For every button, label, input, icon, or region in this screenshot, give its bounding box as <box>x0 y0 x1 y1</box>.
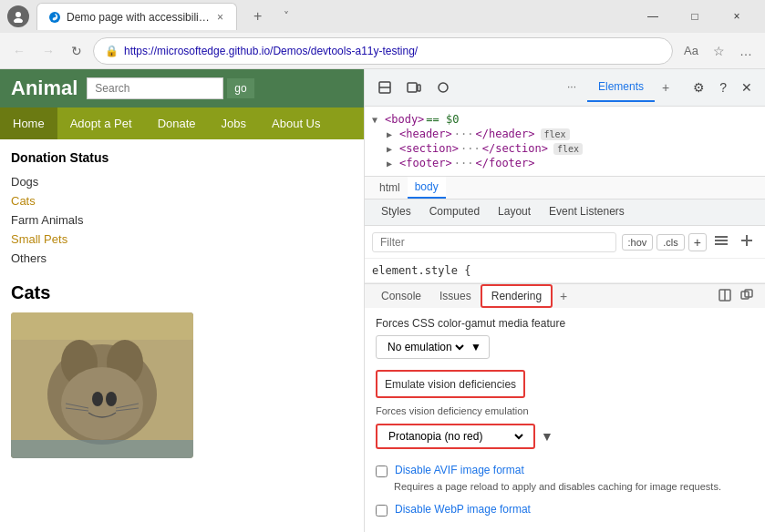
add-to-favorites-button[interactable]: ☆ <box>708 40 730 62</box>
nav-adopt[interactable]: Adopt a Pet <box>57 107 145 139</box>
donation-status-title: Donation Status <box>11 150 353 165</box>
nav-donate[interactable]: Donate <box>145 107 209 139</box>
tab-body[interactable]: body <box>408 177 446 199</box>
svg-rect-21 <box>715 236 728 238</box>
dom-header-line: ▶ <header> ··· </header> flex <box>372 127 758 141</box>
dom-footer-close: </footer> <box>475 157 534 169</box>
tab-event-listeners[interactable]: Event Listeners <box>540 200 634 225</box>
back-button[interactable]: ← <box>7 40 31 62</box>
close-button[interactable]: × <box>716 2 758 31</box>
nav-about[interactable]: About Us <box>259 107 333 139</box>
dock-button[interactable] <box>714 286 736 307</box>
new-style-rule-button[interactable] <box>736 231 758 252</box>
styles-filter-input[interactable] <box>372 232 616 252</box>
nav-home[interactable]: Home <box>0 107 57 139</box>
color-gamut-dropdown[interactable]: No emulation sRGB p3 rec2020 ▼ <box>376 335 490 359</box>
list-item: Others <box>11 249 353 268</box>
vision-dropdown-arrow: ▼ <box>541 429 553 444</box>
devtools-toolbar: ··· Elements + ⚙ ? ✕ <box>365 69 765 107</box>
hover-state-button[interactable]: :hov <box>622 234 654 251</box>
webp-label[interactable]: Disable WebP image format <box>395 503 531 516</box>
svg-point-8 <box>92 392 103 406</box>
undock-button[interactable] <box>736 286 758 307</box>
dom-footer-open: <footer> <box>399 157 452 169</box>
list-item: Cats <box>11 191 353 210</box>
tab-styles[interactable]: Styles <box>372 200 420 225</box>
tab-computed[interactable]: Computed <box>420 200 489 225</box>
svg-point-0 <box>16 12 21 17</box>
elements-panel-button[interactable] <box>430 77 456 98</box>
add-style-rule-button[interactable]: + <box>688 233 707 251</box>
dom-footer-arrow[interactable]: ▶ <box>387 159 398 169</box>
svg-point-7 <box>61 367 143 440</box>
svg-point-1 <box>14 18 23 23</box>
cat-image <box>11 312 193 458</box>
nav-action-buttons: Aa ☆ … <box>678 40 758 62</box>
search-input[interactable] <box>87 77 223 99</box>
maximize-button[interactable]: □ <box>674 2 716 31</box>
search-button[interactable]: go <box>227 78 253 98</box>
address-bar[interactable]: 🔒 <box>93 37 673 65</box>
dom-body-tag: <body> <box>385 113 424 126</box>
active-tab[interactable]: Demo page with accessibility iss... × <box>36 3 237 30</box>
minimize-button[interactable]: — <box>632 2 674 31</box>
add-panel-button[interactable]: + <box>655 73 677 102</box>
tab-layout[interactable]: Layout <box>489 200 540 225</box>
svg-rect-25 <box>741 240 752 241</box>
more-options-button[interactable]: … <box>734 40 758 62</box>
svg-rect-18 <box>408 83 417 92</box>
settings-button[interactable]: ⚙ <box>687 77 710 98</box>
navigation-bar: ← → ↻ 🔒 Aa ☆ … <box>0 33 765 69</box>
refresh-button[interactable]: ↻ <box>66 40 88 62</box>
tab-elements[interactable]: Elements <box>587 73 655 102</box>
avif-label[interactable]: Disable AVIF image format <box>395 464 524 476</box>
lock-icon: 🔒 <box>105 45 119 57</box>
device-mode-button[interactable] <box>401 77 427 98</box>
dom-section-open: <section> <box>399 142 459 155</box>
color-gamut-title: Forces CSS color-gamut media feature <box>376 317 754 330</box>
svg-rect-14 <box>11 312 193 340</box>
inspect-element-button[interactable] <box>372 77 398 98</box>
bottom-tab-issues[interactable]: Issues <box>430 285 481 307</box>
forward-button[interactable]: → <box>36 40 60 62</box>
dom-tree: ▼ <body> == $0 ▶ <header> ··· </header> … <box>365 107 765 177</box>
vision-select[interactable]: No emulation Blurred vision Protanopia (… <box>376 424 535 449</box>
avif-checkbox[interactable] <box>376 466 388 477</box>
url-input[interactable] <box>124 45 661 57</box>
dom-body-equals: == $0 <box>426 113 459 126</box>
user-avatar[interactable] <box>7 5 29 27</box>
tab-more-options[interactable]: ··· <box>556 73 587 102</box>
toggle-sidebar-button[interactable] <box>710 231 732 252</box>
new-tab-button[interactable]: + <box>244 3 271 30</box>
title-bar-left <box>7 5 29 27</box>
dom-section-arrow[interactable]: ▶ <box>387 144 398 154</box>
tab-html[interactable]: html <box>372 178 408 198</box>
add-bottom-tab-button[interactable]: + <box>553 284 574 308</box>
filter-action-buttons: :hov .cls + <box>622 231 758 252</box>
site-header: Animal go <box>0 69 364 107</box>
webp-checkbox[interactable] <box>376 505 388 517</box>
vision-deficiency-highlight: Emulate vision deficiencies <box>376 370 525 398</box>
tab-title: Demo page with accessibility iss... <box>67 11 210 24</box>
bottom-tab-rendering[interactable]: Rendering <box>481 284 553 308</box>
color-gamut-select[interactable]: No emulation sRGB p3 rec2020 <box>384 340 467 354</box>
dom-header-arrow[interactable]: ▶ <box>387 129 398 139</box>
list-item: Dogs <box>11 172 353 191</box>
cats-section-title: Cats <box>11 282 353 303</box>
nav-jobs[interactable]: Jobs <box>209 107 259 139</box>
class-filter-button[interactable]: .cls <box>656 234 685 251</box>
color-gamut-dropdown-row: No emulation sRGB p3 rec2020 ▼ <box>376 335 754 359</box>
vision-select-input[interactable]: No emulation Blurred vision Protanopia (… <box>385 429 526 444</box>
dom-header-close: </header> <box>475 128 534 140</box>
help-button[interactable]: ? <box>714 77 732 98</box>
bottom-tab-console[interactable]: Console <box>372 285 430 307</box>
tab-dropdown-button[interactable]: ˅ <box>278 5 295 28</box>
list-item: Small Pets <box>11 230 353 249</box>
tab-close-button[interactable]: × <box>215 11 225 24</box>
webpage-preview: Animal go Home Adopt a Pet Donate Jobs A… <box>0 69 365 532</box>
dom-arrow[interactable]: ▼ <box>372 115 383 125</box>
read-aloud-button[interactable]: Aa <box>678 40 704 62</box>
panel-tabs: Styles Computed Layout Event Listeners <box>365 200 765 226</box>
close-devtools-button[interactable]: ✕ <box>736 77 758 98</box>
element-style-text: element.style { <box>372 264 470 277</box>
